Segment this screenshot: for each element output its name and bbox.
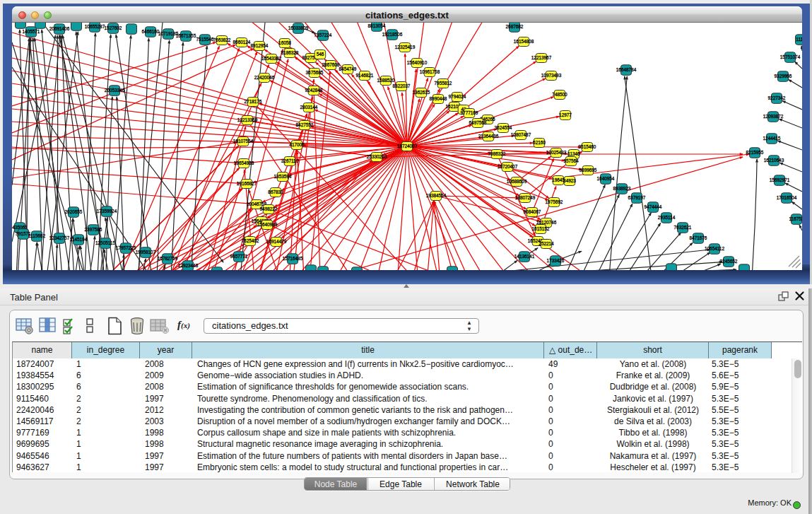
svg-text:7986322: 7986322 (488, 151, 506, 156)
svg-text:21364436: 21364436 (478, 134, 499, 139)
svg-text:1975692: 1975692 (546, 199, 563, 204)
svg-text:1115682: 1115682 (28, 233, 45, 238)
svg-text:19654983: 19654983 (234, 160, 254, 165)
svg-text:15640910: 15640910 (407, 60, 428, 65)
svg-text:22420046: 22420046 (254, 75, 275, 80)
svg-text:7515546: 7515546 (196, 37, 214, 42)
svg-text:15716485: 15716485 (283, 256, 303, 261)
svg-text:1112: 1112 (796, 37, 802, 42)
svg-text:9515460: 9515460 (579, 144, 596, 149)
svg-text:1244415: 1244415 (763, 136, 781, 141)
svg-text:16210643: 16210643 (764, 158, 784, 163)
svg-text:9242848: 9242848 (305, 88, 323, 93)
svg-text:19166827: 19166827 (237, 181, 257, 186)
svg-text:12213369: 12213369 (237, 117, 258, 122)
svg-text:9657771: 9657771 (230, 254, 248, 259)
svg-text:12325419: 12325419 (395, 45, 416, 49)
svg-text:16671355: 16671355 (176, 33, 196, 38)
svg-text:2867608: 2867608 (322, 62, 340, 67)
svg-text:8427552: 8427552 (296, 122, 314, 127)
svg-text:8912954: 8912954 (251, 43, 269, 48)
svg-text:9084067: 9084067 (524, 209, 541, 214)
svg-text:8938923: 8938923 (613, 186, 631, 191)
svg-text:16107554: 16107554 (233, 139, 254, 144)
svg-text:9794024: 9794024 (449, 94, 466, 99)
svg-text:18807249: 18807249 (515, 195, 536, 200)
svg-text:2397586: 2397586 (85, 227, 102, 232)
svg-text:867833: 867833 (268, 189, 283, 194)
svg-text:16648784: 16648784 (616, 67, 637, 72)
svg-text:16782759: 16782759 (158, 256, 178, 261)
svg-text:14136141: 14136141 (514, 254, 535, 259)
svg-text:12923448: 12923448 (178, 263, 199, 268)
svg-text:7955812: 7955812 (435, 81, 452, 86)
svg-text:2020655: 2020655 (65, 209, 83, 214)
svg-text:15640989: 15640989 (257, 222, 278, 227)
svg-text:10961758: 10961758 (420, 69, 440, 74)
svg-text:1362615: 1362615 (413, 90, 430, 95)
svg-text:12505115: 12505115 (95, 240, 115, 245)
svg-text:20053346: 20053346 (105, 88, 125, 93)
svg-text:2803144: 2803144 (300, 105, 318, 110)
svg-text:10025433: 10025433 (546, 150, 567, 155)
svg-text:8660124: 8660124 (233, 40, 251, 45)
svg-text:1733426: 1733426 (547, 258, 565, 263)
svg-text:18724007: 18724007 (397, 144, 418, 148)
svg-text:1640954: 1640954 (597, 176, 615, 181)
svg-text:12093872: 12093872 (763, 114, 784, 119)
svg-text:7357224: 7357224 (314, 33, 332, 37)
svg-text:3675685: 3675685 (306, 70, 324, 75)
svg-text:116753: 116753 (789, 216, 802, 221)
svg-text:9777169: 9777169 (461, 110, 478, 115)
svg-text:16033809: 16033809 (288, 25, 309, 30)
svg-text:9498222: 9498222 (260, 206, 278, 211)
svg-text:25330203: 25330203 (367, 154, 387, 159)
svg-text:17016504: 17016504 (777, 195, 797, 200)
svg-text:19958107: 19958107 (136, 250, 156, 255)
svg-text:62160: 62160 (533, 140, 546, 145)
svg-text:19218506: 19218506 (382, 32, 403, 37)
svg-text:2935114: 2935114 (658, 215, 676, 220)
svg-text:2718176: 2718176 (245, 99, 262, 104)
svg-text:2687682: 2687682 (506, 24, 524, 29)
svg-text:9245652: 9245652 (720, 259, 738, 264)
svg-text:417006: 417006 (289, 142, 305, 147)
svg-text:1405571: 1405571 (23, 29, 40, 34)
svg-text:12342757: 12342757 (49, 235, 70, 240)
svg-text:15720407: 15720407 (498, 164, 518, 169)
svg-text:12977: 12977 (559, 112, 572, 117)
svg-text:16058: 16058 (278, 40, 291, 45)
svg-text:1588520: 1588520 (377, 78, 395, 83)
svg-text:9329966: 9329966 (775, 74, 792, 78)
svg-text:957564: 957564 (563, 158, 579, 163)
svg-text:1145194: 1145194 (70, 237, 88, 242)
svg-text:34923: 34923 (563, 178, 576, 183)
svg-text:8471676: 8471676 (690, 235, 707, 240)
svg-text:8322037: 8322037 (393, 83, 411, 88)
svg-text:10807487: 10807487 (511, 132, 531, 137)
svg-text:8186328: 8186328 (281, 50, 299, 55)
svg-text:9899695: 9899695 (579, 168, 597, 173)
svg-text:7663822: 7663822 (213, 37, 231, 42)
svg-text:7625402: 7625402 (242, 238, 259, 243)
svg-text:8215955: 8215955 (746, 150, 764, 155)
svg-text:6379197: 6379197 (628, 195, 646, 200)
svg-text:15751074: 15751074 (780, 54, 801, 59)
svg-text:6497568: 6497568 (469, 120, 487, 125)
svg-text:16543382: 16543382 (261, 56, 282, 61)
svg-text:8454749: 8454749 (339, 66, 357, 71)
svg-text:10655287: 10655287 (85, 24, 105, 29)
svg-text:3624554: 3624554 (495, 125, 512, 130)
svg-text:17957225: 17957225 (116, 245, 136, 250)
svg-text:8813054: 8813054 (368, 23, 386, 28)
svg-text:12213967: 12213967 (531, 55, 552, 60)
svg-text:8990448: 8990448 (430, 96, 447, 101)
svg-text:20691406: 20691406 (49, 26, 70, 31)
svg-text:16154808: 16154808 (514, 39, 534, 44)
svg-text:546: 546 (317, 52, 324, 57)
svg-text:9227342: 9227342 (768, 95, 786, 100)
svg-text:16914479: 16914479 (266, 239, 287, 244)
svg-text:19384554: 19384554 (426, 193, 447, 198)
svg-text:1615152: 1615152 (532, 226, 550, 231)
svg-text:15692971: 15692971 (770, 177, 790, 182)
